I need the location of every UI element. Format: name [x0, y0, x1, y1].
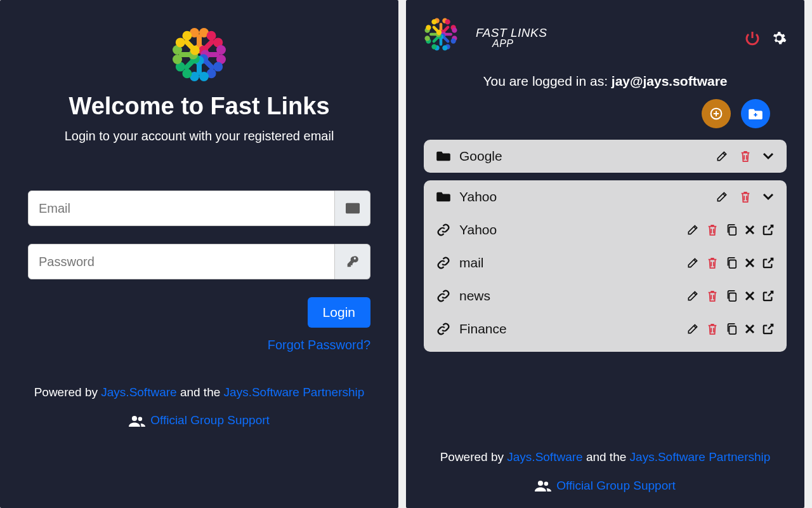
folder: Google — [424, 140, 787, 173]
link-item: Finance — [436, 312, 774, 345]
powered-middle: and the — [586, 450, 630, 464]
link-name: news — [459, 288, 490, 304]
folder-icon — [436, 150, 450, 162]
footer-link-1[interactable]: Jays.Software — [101, 385, 176, 399]
footer-left: Powered by Jays.Software and the Jays.So… — [34, 383, 365, 431]
svg-point-8 — [544, 481, 549, 486]
password-input-group — [28, 244, 370, 279]
email-input-group — [28, 190, 370, 226]
svg-rect-5 — [729, 293, 736, 302]
folder: Yahoo Yahoo mail — [424, 180, 787, 352]
powered-middle: and the — [180, 385, 224, 399]
link-icon — [436, 322, 450, 336]
trash-icon[interactable] — [740, 190, 751, 203]
power-icon[interactable] — [745, 30, 760, 46]
add-link-button[interactable] — [702, 99, 731, 128]
trash-icon[interactable] — [707, 323, 718, 335]
powered-prefix: Powered by — [440, 450, 508, 464]
folder-name: Yahoo — [459, 189, 497, 204]
link-icon — [436, 223, 450, 237]
link-name: mail — [459, 255, 484, 271]
open-external-icon[interactable] — [763, 290, 774, 302]
footer-link-2[interactable]: Jays.Software Partnership — [224, 385, 365, 399]
svg-rect-4 — [729, 260, 736, 269]
users-icon — [129, 415, 145, 427]
login-form: Login Forgot Password? — [28, 190, 370, 352]
users-icon — [535, 479, 551, 492]
footer-right: Powered by Jays.Software and the Jays.So… — [424, 435, 787, 495]
login-title: Welcome to Fast Links — [69, 93, 329, 120]
svg-rect-3 — [729, 227, 736, 236]
brand: FAST LINKS APP — [424, 15, 547, 61]
logged-in-status: You are logged in as: jay@jays.software — [424, 74, 787, 89]
open-external-icon[interactable] — [763, 323, 774, 335]
link-item: news — [436, 279, 774, 312]
svg-point-1 — [138, 417, 143, 421]
open-external-icon[interactable] — [763, 224, 774, 236]
action-buttons — [424, 99, 787, 128]
password-field[interactable] — [28, 244, 335, 279]
link-name: Finance — [459, 321, 507, 337]
copy-icon[interactable] — [726, 257, 737, 269]
copy-icon[interactable] — [726, 323, 737, 335]
edit-icon[interactable] — [686, 224, 699, 236]
folder-header[interactable]: Yahoo — [424, 180, 787, 213]
close-icon[interactable] — [745, 291, 755, 301]
logged-in-prefix: You are logged in as: — [483, 74, 611, 88]
brand-line2: APP — [476, 39, 547, 48]
link-name: Yahoo — [459, 222, 497, 237]
add-folder-button[interactable] — [741, 99, 770, 128]
trash-icon[interactable] — [740, 150, 751, 163]
footer-link-2[interactable]: Jays.Software Partnership — [630, 450, 771, 464]
close-icon[interactable] — [745, 225, 755, 235]
dashboard-pane: FAST LINKS APP You are logged in as: jay… — [406, 0, 804, 508]
folder-icon — [436, 191, 450, 203]
chevron-down-icon[interactable] — [763, 193, 774, 201]
email-field[interactable] — [28, 190, 335, 226]
logged-in-user: jay@jays.software — [612, 74, 728, 88]
link-icon — [436, 256, 450, 270]
login-pane: Welcome to Fast Links Login to your acco… — [0, 0, 398, 508]
close-icon[interactable] — [745, 258, 755, 268]
gear-icon[interactable] — [771, 30, 787, 46]
copy-icon[interactable] — [726, 224, 737, 236]
trash-icon[interactable] — [707, 224, 718, 236]
support-link[interactable]: Official Group Support — [556, 476, 676, 495]
login-subtitle: Login to your account with your register… — [65, 129, 334, 144]
forgot-password-link[interactable]: Forgot Password? — [268, 338, 370, 352]
support-link[interactable]: Official Group Support — [150, 411, 270, 430]
svg-point-0 — [132, 415, 137, 420]
svg-point-7 — [538, 481, 543, 486]
topbar: FAST LINKS APP — [424, 15, 787, 61]
logo — [169, 20, 230, 81]
svg-rect-6 — [729, 326, 736, 335]
link-item: mail — [436, 246, 774, 279]
edit-icon[interactable] — [716, 190, 728, 203]
edit-icon[interactable] — [686, 323, 699, 335]
trash-icon[interactable] — [707, 257, 718, 269]
brand-text: FAST LINKS APP — [476, 27, 547, 48]
open-external-icon[interactable] — [763, 257, 774, 269]
edit-icon[interactable] — [716, 150, 728, 163]
close-icon[interactable] — [745, 324, 755, 334]
powered-prefix: Powered by — [34, 385, 102, 399]
link-icon — [436, 289, 450, 303]
folder-header[interactable]: Google — [424, 140, 787, 173]
envelope-icon — [335, 190, 370, 226]
copy-icon[interactable] — [726, 290, 737, 302]
edit-icon[interactable] — [686, 290, 699, 302]
footer-link-1[interactable]: Jays.Software — [507, 450, 582, 464]
link-item: Yahoo — [436, 213, 774, 246]
folders-list: Google Yahoo Yahoo — [424, 140, 787, 352]
key-icon — [335, 244, 370, 279]
link-list: Yahoo mail — [424, 213, 787, 352]
brand-line1: FAST LINKS — [476, 26, 547, 39]
trash-icon[interactable] — [707, 290, 718, 302]
login-button[interactable]: Login — [308, 297, 370, 328]
chevron-down-icon[interactable] — [763, 152, 774, 160]
folder-name: Google — [459, 149, 502, 164]
edit-icon[interactable] — [686, 257, 699, 269]
